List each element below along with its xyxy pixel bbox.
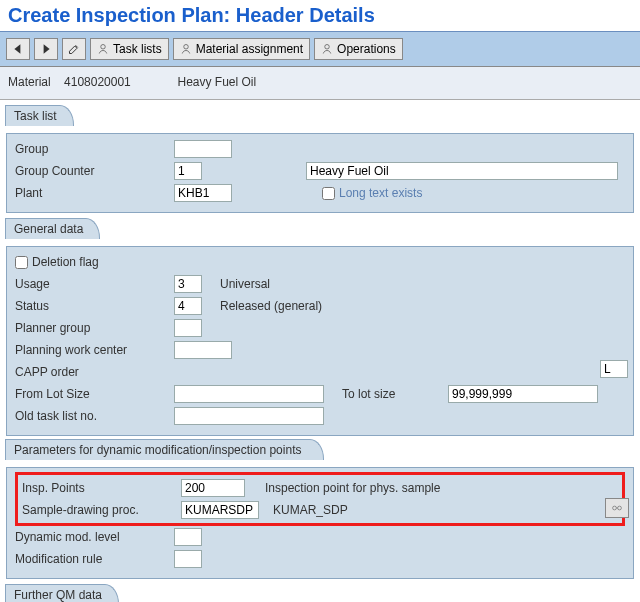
person-icon (321, 43, 333, 55)
svg-point-4 (325, 45, 330, 50)
material-desc: Heavy Fuel Oil (177, 75, 256, 89)
toolbar: Task lists Material assignment Operation… (0, 32, 640, 67)
general-data-panel: Deletion flag Usage Universal Status Rel… (6, 246, 634, 436)
further-qm-tab: Further QM data (5, 584, 119, 602)
to-lot-size-input[interactable] (448, 385, 598, 403)
material-label: Material (8, 75, 51, 89)
material-code: 4108020001 (64, 75, 131, 89)
plant-input[interactable] (174, 184, 232, 202)
usage-input[interactable] (174, 275, 202, 293)
triangle-right-icon (40, 43, 52, 55)
material-row: Material 4108020001 Heavy Fuel Oil (0, 67, 640, 100)
group-label: Group (13, 142, 168, 156)
task-lists-button[interactable]: Task lists (90, 38, 169, 60)
dynamic-mod-level-label: Dynamic mod. level (13, 530, 168, 544)
sample-drawing-proc-label: Sample-drawing proc. (20, 503, 175, 517)
long-text-checkbox-wrap[interactable]: Long text exists (322, 186, 422, 200)
svg-marker-1 (44, 44, 50, 54)
status-label: Status (13, 299, 168, 313)
operations-label: Operations (337, 42, 396, 56)
group-input[interactable] (174, 140, 232, 158)
next-button[interactable] (34, 38, 58, 60)
tasklist-tab: Task list (5, 105, 74, 126)
params-panel: Insp. Points Inspection point for phys. … (6, 467, 634, 579)
svg-point-3 (183, 45, 188, 50)
sample-drawing-proc-input[interactable] (181, 501, 259, 519)
long-text-label: Long text exists (339, 186, 422, 200)
person-icon (97, 43, 109, 55)
plant-label: Plant (13, 186, 168, 200)
sample-drawing-proc-desc: KUMAR_SDP (273, 503, 348, 517)
general-data-tab: General data (5, 218, 100, 239)
group-counter-input[interactable] (174, 162, 202, 180)
deletion-flag-label: Deletion flag (32, 255, 99, 269)
old-task-list-no-label: Old task list no. (13, 409, 168, 423)
task-lists-label: Task lists (113, 42, 162, 56)
capp-order-label: CAPP order (13, 365, 168, 379)
modification-rule-input[interactable] (174, 550, 202, 568)
prev-button[interactable] (6, 38, 30, 60)
status-input[interactable] (174, 297, 202, 315)
page-title: Create Inspection Plan: Header Details (8, 4, 632, 27)
planner-group-label: Planner group (13, 321, 168, 335)
lot-unit-input[interactable] (600, 360, 628, 378)
material-assignment-button[interactable]: Material assignment (173, 38, 310, 60)
tasklist-panel: Group Group Counter Plant Long text exis… (6, 133, 634, 213)
planner-group-input[interactable] (174, 319, 202, 337)
glasses-icon (612, 501, 622, 515)
to-lot-size-label: To lot size (342, 387, 442, 401)
deletion-flag-checkbox[interactable] (15, 256, 28, 269)
planning-work-center-input[interactable] (174, 341, 232, 359)
edit-button[interactable] (62, 38, 86, 60)
insp-points-desc: Inspection point for phys. sample (265, 481, 440, 495)
details-button[interactable] (605, 498, 629, 518)
from-lot-size-label: From Lot Size (13, 387, 168, 401)
highlight-box: Insp. Points Inspection point for phys. … (15, 472, 625, 526)
planning-work-center-label: Planning work center (13, 343, 168, 357)
svg-point-6 (618, 506, 622, 510)
status-desc: Released (general) (220, 299, 322, 313)
insp-points-label: Insp. Points (20, 481, 175, 495)
svg-point-2 (101, 45, 106, 50)
long-text-checkbox[interactable] (322, 187, 335, 200)
group-counter-desc-input[interactable] (306, 162, 618, 180)
dynamic-mod-level-input[interactable] (174, 528, 202, 546)
svg-point-5 (613, 506, 617, 510)
person-icon (180, 43, 192, 55)
modification-rule-label: Modification rule (13, 552, 168, 566)
from-lot-size-input[interactable] (174, 385, 324, 403)
operations-button[interactable]: Operations (314, 38, 403, 60)
old-task-list-no-input[interactable] (174, 407, 324, 425)
usage-label: Usage (13, 277, 168, 291)
pencil-icon (68, 43, 80, 55)
deletion-flag-wrap[interactable]: Deletion flag (13, 255, 99, 269)
svg-marker-0 (14, 44, 20, 54)
material-assignment-label: Material assignment (196, 42, 303, 56)
triangle-left-icon (12, 43, 24, 55)
params-tab: Parameters for dynamic modification/insp… (5, 439, 324, 460)
usage-desc: Universal (220, 277, 270, 291)
group-counter-label: Group Counter (13, 164, 168, 178)
insp-points-input[interactable] (181, 479, 245, 497)
